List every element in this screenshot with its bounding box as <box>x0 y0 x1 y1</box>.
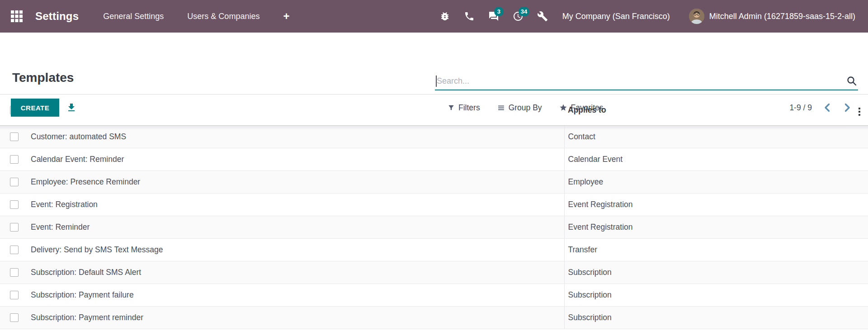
pager: 1-9 / 9 <box>789 99 852 116</box>
search-input[interactable] <box>435 73 843 89</box>
user-menu[interactable]: Mitchell Admin (16271859-saas-15-2-all) <box>709 12 855 21</box>
applies-to-cell[interactable]: Subscription <box>564 307 846 329</box>
group-by-label: Group By <box>509 103 542 113</box>
filters-label: Filters <box>458 103 480 113</box>
top-menu: General Settings Users & Companies <box>103 12 259 21</box>
create-button[interactable]: CREATE <box>11 99 59 117</box>
page-title: Templates <box>12 71 74 85</box>
template-name: Calendar Event: Reminder <box>31 155 124 164</box>
applies-to-value: Employee <box>568 177 604 186</box>
apps-grid-icon[interactable] <box>11 10 23 22</box>
applies-to-cell[interactable]: Event Registration <box>564 216 846 239</box>
applies-to-value: Event Registration <box>568 222 633 232</box>
applies-to-value: Transfer <box>568 245 598 254</box>
export-download-icon[interactable] <box>66 102 77 113</box>
messages-badge: 3 <box>494 7 504 16</box>
search-icon[interactable] <box>846 76 857 86</box>
applies-to-cell[interactable]: Contact <box>564 126 846 148</box>
search-bar <box>435 73 858 90</box>
menu-general-settings[interactable]: General Settings <box>103 12 164 21</box>
table-row[interactable]: Subscription: Payment failure Subscripti… <box>0 284 868 307</box>
row-checkbox[interactable] <box>10 223 19 232</box>
template-name: Subscription: Payment reminder <box>31 313 143 322</box>
applies-to-cell[interactable]: Event Registration <box>564 194 846 216</box>
template-name-cell[interactable]: Calendar Event: Reminder <box>25 148 564 171</box>
applies-to-value: Event Registration <box>568 200 633 209</box>
applies-to-value: Subscription <box>568 290 612 299</box>
table-row[interactable]: Employee: Presence Reminder Employee <box>0 171 868 194</box>
row-checkbox[interactable] <box>10 132 19 141</box>
star-icon <box>559 104 567 112</box>
row-checkbox[interactable] <box>10 246 19 254</box>
pager-next-icon[interactable] <box>843 103 852 113</box>
control-panel: Templates CREATE Filters Group By Favori… <box>0 33 868 94</box>
phone-icon[interactable] <box>464 11 475 22</box>
applies-to-cell[interactable]: Subscription <box>564 261 846 284</box>
templates-table: Name Applies to Customer: automated SMS … <box>0 94 868 329</box>
template-name: Subscription: Default SMS Alert <box>31 268 141 277</box>
row-checkbox[interactable] <box>10 155 19 164</box>
template-name-cell[interactable]: Event: Reminder <box>25 216 564 239</box>
template-name-cell[interactable]: Event: Registration <box>25 194 564 216</box>
messages-icon[interactable]: 3 <box>488 11 499 22</box>
template-name-cell[interactable]: Employee: Presence Reminder <box>25 171 564 194</box>
table-row[interactable]: Event: Registration Event Registration <box>0 194 868 216</box>
row-checkbox[interactable] <box>10 268 19 277</box>
row-checkbox[interactable] <box>10 200 19 209</box>
applies-to-cell[interactable]: Subscription <box>564 284 846 307</box>
company-switcher[interactable]: My Company (San Francisco) <box>562 12 670 21</box>
group-by-lines-icon <box>497 104 505 112</box>
filter-bar: Filters Group By Favorites <box>448 99 604 116</box>
favorites-button[interactable]: Favorites <box>559 103 604 113</box>
table-row[interactable]: Event: Reminder Event Registration <box>0 216 868 239</box>
table-row[interactable]: Calendar Event: Reminder Calendar Event <box>0 148 868 171</box>
template-name-cell[interactable]: Subscription: Payment reminder <box>25 307 564 329</box>
template-name-cell[interactable]: Delivery: Send by SMS Text Message <box>25 239 564 261</box>
template-name: Delivery: Send by SMS Text Message <box>31 245 163 254</box>
template-name-cell[interactable]: Subscription: Default SMS Alert <box>25 261 564 284</box>
applies-to-cell[interactable]: Employee <box>564 171 846 194</box>
menu-users-companies[interactable]: Users & Companies <box>187 12 259 21</box>
template-name: Event: Reminder <box>31 222 90 232</box>
optional-columns-icon[interactable] <box>858 106 861 118</box>
template-name: Event: Registration <box>31 200 98 209</box>
new-tab-button[interactable]: + <box>283 11 289 22</box>
pager-previous-icon[interactable] <box>823 103 832 113</box>
template-name: Subscription: Payment failure <box>31 290 134 299</box>
top-navbar: Settings General Settings Users & Compan… <box>0 0 868 33</box>
group-by-button[interactable]: Group By <box>497 103 542 113</box>
table-row[interactable]: Subscription: Payment reminder Subscript… <box>0 307 868 329</box>
text-caret <box>436 76 437 87</box>
template-table-body: Customer: automated SMS Contact Calendar… <box>0 126 868 329</box>
bug-icon[interactable] <box>439 11 450 22</box>
applies-to-value: Calendar Event <box>568 155 623 164</box>
activities-badge: 34 <box>519 7 529 16</box>
tools-icon[interactable] <box>537 11 548 22</box>
pager-range: 1-9 / 9 <box>789 103 812 113</box>
row-checkbox[interactable] <box>10 291 19 299</box>
applies-to-value: Subscription <box>568 268 612 277</box>
favorites-label: Favorites <box>571 103 604 113</box>
user-avatar[interactable] <box>689 9 704 24</box>
topbar-right: 3 34 My Company (San Francisco) Mitchell… <box>426 9 855 24</box>
table-row[interactable]: Delivery: Send by SMS Text Message Trans… <box>0 239 868 261</box>
app-name[interactable]: Settings <box>35 10 79 23</box>
template-name: Customer: automated SMS <box>31 132 126 141</box>
applies-to-value: Contact <box>568 132 595 141</box>
activities-clock-icon[interactable]: 34 <box>513 11 524 22</box>
applies-to-cell[interactable]: Calendar Event <box>564 148 846 171</box>
template-name: Employee: Presence Reminder <box>31 177 140 186</box>
filters-button[interactable]: Filters <box>448 103 480 113</box>
table-row[interactable]: Subscription: Default SMS Alert Subscrip… <box>0 261 868 284</box>
applies-to-cell[interactable]: Transfer <box>564 239 846 261</box>
applies-to-value: Subscription <box>568 313 612 322</box>
table-header-row: Name Applies to <box>0 95 868 126</box>
row-checkbox[interactable] <box>10 178 19 186</box>
table-row[interactable]: Customer: automated SMS Contact <box>0 126 868 148</box>
template-name-cell[interactable]: Customer: automated SMS <box>25 126 564 148</box>
template-name-cell[interactable]: Subscription: Payment failure <box>25 284 564 307</box>
row-checkbox[interactable] <box>10 313 19 322</box>
filter-funnel-icon <box>448 104 455 111</box>
